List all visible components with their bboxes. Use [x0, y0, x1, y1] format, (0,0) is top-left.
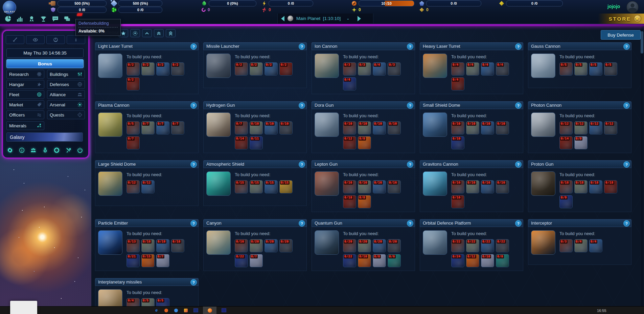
help-button[interactable]: ?: [190, 102, 197, 109]
requirement-soldier-icon[interactable]: 0/18: [141, 239, 155, 252]
help-button[interactable]: ?: [407, 161, 413, 168]
requirement-soldier-icon[interactable]: 0/5: [141, 298, 155, 307]
requirement-dark-icon[interactable]: 0/3: [388, 62, 401, 76]
requirement-soldier-icon[interactable]: 0/16: [358, 180, 371, 193]
requirement-dark-icon[interactable]: 0/12: [604, 121, 617, 134]
requirement-spectre-icon[interactable]: 0/15: [264, 180, 278, 193]
help-button[interactable]: ?: [299, 220, 305, 227]
requirement-dark-icon[interactable]: 0/16: [388, 180, 401, 193]
requirement-vortex-icon[interactable]: 0/22: [343, 254, 356, 267]
help-button[interactable]: ?: [190, 43, 197, 50]
requirement-spectre-icon[interactable]: 0/18: [156, 239, 169, 252]
dark-app-icon[interactable]: [193, 308, 198, 313]
requirement-vortex-icon[interactable]: 0/10: [451, 136, 464, 149]
defense-image[interactable]: [531, 230, 555, 255]
dark-app2-icon[interactable]: [221, 308, 226, 313]
requirement-metal-icon[interactable]: 0/2: [127, 62, 140, 76]
requirement-metal-icon[interactable]: 0/3: [559, 239, 573, 252]
requirement-soldier-icon[interactable]: 0/18: [574, 180, 588, 193]
help-button[interactable]: ?: [515, 220, 522, 227]
help-button[interactable]: ?: [190, 279, 197, 286]
group-icon[interactable]: [30, 147, 36, 154]
requirement-vortex-icon[interactable]: 0/24: [451, 254, 464, 267]
sidebar-item-defenses[interactable]: Defenses: [47, 80, 85, 89]
sidebar-item-minerals[interactable]: Minerals: [6, 121, 44, 130]
help-button[interactable]: ?: [623, 220, 630, 227]
requirement-spectre-icon[interactable]: 0/12: [141, 180, 155, 193]
requirement-nebula-icon[interactable]: 0/7: [156, 254, 169, 267]
requirement-metal-icon[interactable]: 0/5: [559, 62, 573, 76]
requirement-spectre-icon[interactable]: 0/18: [589, 180, 602, 193]
trophy-icon[interactable]: [40, 15, 47, 22]
requirement-soldier-icon[interactable]: 0/4: [574, 239, 588, 252]
requirement-flame-icon[interactable]: 0/2: [279, 62, 293, 76]
requirement-fire-icon[interactable]: 0/8: [358, 195, 371, 208]
requirement-dark-icon[interactable]: 0/7: [171, 121, 184, 134]
requirement-vortex-icon[interactable]: 0/5: [156, 298, 169, 307]
requirement-metal-icon[interactable]: 0/4: [451, 62, 464, 76]
firefox-icon[interactable]: [203, 307, 216, 314]
requirement-gold-icon[interactable]: 0/15: [279, 180, 293, 193]
blue-app-icon[interactable]: [174, 308, 179, 313]
defense-image[interactable]: [315, 112, 339, 137]
requirement-fire-icon[interactable]: 0/12: [466, 254, 479, 267]
requirement-metal-icon[interactable]: 0/3: [343, 62, 356, 76]
lifebuoy-icon[interactable]: [54, 147, 60, 154]
tool-button-orbit-icon[interactable]: [46, 35, 65, 44]
requirement-spectre-icon[interactable]: 0/5: [589, 62, 602, 76]
requirement-flame-icon[interactable]: 0/16: [451, 195, 464, 208]
tools-icon[interactable]: [66, 147, 71, 154]
sidebar-item-buildings[interactable]: Buildings: [47, 70, 85, 79]
help-button[interactable]: ?: [190, 220, 197, 227]
defense-image[interactable]: [98, 289, 122, 307]
requirement-spectre-icon[interactable]: 0/4: [373, 62, 386, 76]
power-icon[interactable]: [77, 147, 83, 154]
help-button[interactable]: ?: [190, 161, 197, 168]
defense-image[interactable]: [531, 112, 555, 137]
bonus-button[interactable]: Bonus: [6, 59, 84, 68]
requirement-spectre-icon[interactable]: 0/22: [481, 239, 494, 252]
requirement-soldier-icon[interactable]: 0/15: [250, 180, 263, 193]
requirement-metal-icon[interactable]: 0/4: [127, 298, 140, 307]
defense-image[interactable]: [423, 112, 447, 137]
requirement-metal-icon[interactable]: 0/16: [343, 180, 356, 193]
requirement-soldier-icon[interactable]: 0/20: [358, 239, 371, 252]
forum-icon[interactable]: [63, 15, 71, 22]
scrollbar-track[interactable]: [641, 26, 643, 307]
requirement-dark-icon[interactable]: 0/20: [279, 239, 293, 252]
requirement-metal-icon[interactable]: 0/7: [235, 121, 248, 134]
avatar[interactable]: [626, 1, 639, 13]
help-button[interactable]: ?: [515, 102, 522, 109]
collapse-two-icon[interactable]: [154, 29, 164, 37]
requirement-dark-icon[interactable]: 0/10: [496, 121, 509, 134]
defense-image[interactable]: [98, 230, 122, 255]
scrollbar-thumb[interactable]: [641, 31, 643, 54]
sidebar-item-officers[interactable]: Officers: [6, 110, 44, 119]
defense-image[interactable]: [98, 171, 122, 196]
requirement-metal-icon[interactable]: 0/10: [451, 121, 464, 134]
requirement-dark-icon[interactable]: 0/16: [496, 180, 509, 193]
requirement-flame-icon[interactable]: 0/2: [127, 77, 140, 90]
help-button[interactable]: ?: [623, 43, 630, 50]
buy-defense-button[interactable]: Buy Defense: [601, 30, 641, 40]
pie-chart-icon[interactable]: [4, 15, 12, 22]
defense-image[interactable]: [98, 54, 122, 78]
requirement-metal-icon[interactable]: 0/15: [235, 180, 248, 193]
requirement-soldier-icon[interactable]: 0/10: [358, 121, 371, 134]
requirement-spectre-icon[interactable]: 0/16: [373, 180, 386, 193]
help-button[interactable]: ?: [299, 102, 305, 109]
defense-image[interactable]: [315, 230, 339, 255]
sidebar-item-research[interactable]: Research: [6, 70, 44, 79]
requirement-nebula-icon[interactable]: 0/7: [250, 254, 263, 267]
requirement-soldier-icon[interactable]: 0/5: [574, 62, 588, 76]
store-button[interactable]: STORE ★: [598, 14, 644, 24]
requirement-soldier-icon[interactable]: 0/10: [466, 121, 479, 134]
requirement-vortex-icon[interactable]: 0/22: [235, 254, 248, 267]
requirement-spectre-icon[interactable]: 0/7: [156, 121, 169, 134]
requirement-flame-icon[interactable]: 0/4: [451, 77, 464, 90]
requirement-dark-icon[interactable]: 0/20: [388, 239, 401, 252]
requirement-dark-icon[interactable]: 0/10: [388, 121, 401, 134]
requirement-spectre-icon[interactable]: 0/10: [481, 121, 494, 134]
requirement-flame-icon[interactable]: 0/7: [127, 136, 140, 149]
sparkle-icon[interactable]: [130, 29, 140, 37]
